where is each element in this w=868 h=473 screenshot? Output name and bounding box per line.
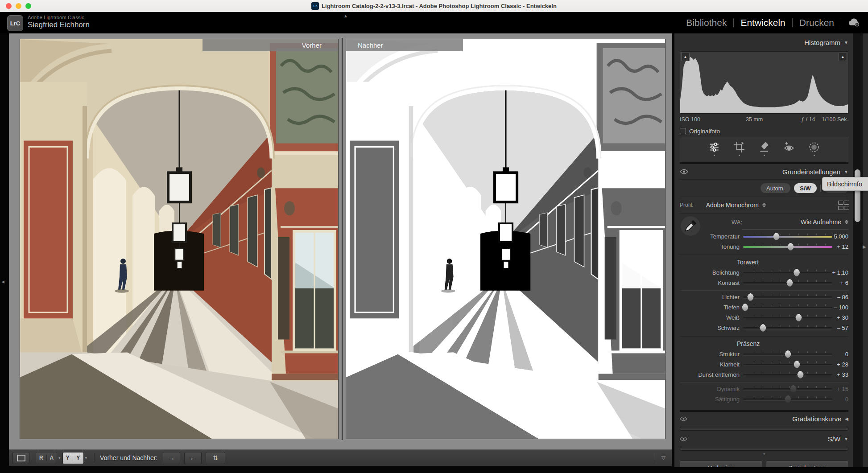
struktur-slider-track[interactable] bbox=[743, 354, 832, 355]
schwarz-slider-track[interactable] bbox=[743, 327, 832, 329]
zoom-window-button[interactable] bbox=[25, 3, 31, 9]
slider-value[interactable]: – 57 bbox=[832, 325, 848, 331]
slider-value[interactable]: 5.000 bbox=[832, 233, 848, 240]
module-drucken[interactable]: Drucken bbox=[799, 17, 834, 28]
dunst-entfernen-slider-track[interactable] bbox=[743, 374, 832, 376]
slider-value[interactable]: + 33 bbox=[832, 371, 848, 378]
slider-value[interactable]: + 15 bbox=[832, 386, 848, 392]
previous-button[interactable]: Vorherige bbox=[680, 461, 762, 467]
module-picker: Bibliothek Entwickeln Drucken bbox=[686, 12, 860, 33]
profile-browser-icon[interactable] bbox=[838, 201, 848, 210]
slider-value[interactable]: 0 bbox=[832, 396, 848, 403]
arcade-photo-rendering bbox=[20, 39, 338, 439]
shadow-clipping-indicator[interactable]: ▲ bbox=[681, 53, 690, 61]
belichtung-slider-track[interactable] bbox=[743, 272, 832, 274]
tone-curve-panel-header[interactable]: Gradationskurve ◀ bbox=[680, 412, 848, 425]
slider-label: Dynamik bbox=[680, 386, 740, 392]
edit-sliders-tool[interactable] bbox=[708, 141, 720, 156]
module-bibliothek[interactable]: Bibliothek bbox=[686, 17, 727, 28]
original-photo-checkbox[interactable] bbox=[680, 128, 686, 134]
panel-collapse-icon[interactable]: ▼ bbox=[844, 169, 848, 174]
before-photo[interactable]: Vorher bbox=[20, 39, 339, 439]
tone-group-title: Tonwert bbox=[737, 259, 848, 266]
panel-switch-eye-icon[interactable] bbox=[680, 416, 687, 421]
panel-collapse-icon[interactable]: ▼ bbox=[844, 436, 848, 441]
panel-collapse-icon[interactable]: ▼ bbox=[844, 40, 848, 45]
weiß-slider-track[interactable] bbox=[743, 317, 832, 319]
profile-value[interactable]: Adobe Monochrom bbox=[706, 202, 759, 209]
before-after-view-button[interactable]: Y Y bbox=[62, 452, 84, 464]
after-photo[interactable]: Nachher bbox=[346, 39, 665, 439]
titlebar: Lr Lightroom Catalog-2-2-v13-3.lrcat - A… bbox=[0, 0, 868, 12]
reset-button[interactable]: Zurücksetzen bbox=[766, 461, 848, 467]
dynamik-slider-track[interactable] bbox=[743, 388, 832, 390]
hide-right-panel-icon[interactable]: ▶ bbox=[863, 244, 866, 249]
auto-button[interactable]: Autom. bbox=[761, 183, 790, 193]
swap-before-after-button[interactable]: ⇅ bbox=[206, 452, 225, 464]
presence-sliders: Struktur0Klarheit+ 28Dunst entfernen+ 33… bbox=[680, 349, 848, 404]
close-window-button[interactable] bbox=[6, 3, 12, 9]
collapsed-panel-bar bbox=[680, 427, 848, 431]
slider-value[interactable]: – 86 bbox=[832, 294, 848, 300]
crop-tool[interactable] bbox=[733, 141, 745, 156]
compare-view-area: Vorher Nachher bbox=[9, 33, 672, 449]
slider-row-tonung: Tonung+ 12 bbox=[680, 242, 848, 252]
toolbar-options-icon[interactable]: ▽ bbox=[661, 455, 665, 461]
bw-treatment-button[interactable]: S/W bbox=[794, 183, 817, 193]
slider-value[interactable]: + 6 bbox=[832, 280, 848, 286]
minimize-window-button[interactable] bbox=[16, 3, 21, 9]
highlight-clipping-indicator[interactable]: ▲ bbox=[839, 53, 847, 61]
wb-stepper-icon[interactable] bbox=[845, 220, 848, 224]
crop-icon bbox=[733, 141, 745, 153]
slider-value[interactable]: + 12 bbox=[832, 243, 848, 250]
tiefen-slider-track[interactable] bbox=[743, 307, 832, 308]
loupe-view-button[interactable] bbox=[12, 452, 29, 464]
collapse-top-panel-icon[interactable]: ▲ bbox=[343, 13, 348, 18]
lichter-slider-track[interactable] bbox=[743, 296, 832, 298]
masking-tool[interactable] bbox=[808, 141, 820, 156]
app-header: LrC Adobe Lightroom Classic Siegfried Ei… bbox=[0, 12, 868, 33]
arcade-photo-rendering bbox=[346, 39, 665, 439]
panel-switch-eye-icon[interactable] bbox=[680, 436, 687, 441]
temperatur-slider-track[interactable] bbox=[743, 236, 832, 238]
slider-ticks bbox=[745, 234, 830, 235]
slider-label: Dunst entfernen bbox=[680, 371, 740, 378]
lightroom-window: Lr Lightroom Catalog-2-2-v13-3.lrcat - A… bbox=[0, 0, 868, 473]
identity-user-name: Siegfried Eichhorn bbox=[28, 21, 90, 29]
reference-view-button[interactable]: R A bbox=[36, 452, 57, 464]
bw-panel-header[interactable]: S/W ▼ bbox=[680, 432, 848, 445]
white-balance-dropper-icon[interactable] bbox=[681, 216, 700, 236]
chevron-down-icon[interactable]: ▾ bbox=[85, 456, 87, 460]
klarheit-slider-track[interactable] bbox=[743, 364, 832, 366]
copy-after-to-before-button[interactable]: ← bbox=[184, 452, 202, 464]
copy-before-to-after-button[interactable]: → bbox=[163, 452, 180, 464]
slider-value[interactable]: – 100 bbox=[832, 304, 848, 311]
profile-stepper-icon[interactable] bbox=[762, 203, 766, 207]
histogram-panel-header[interactable]: Histogramm ▼ bbox=[680, 33, 848, 51]
slider-row-lichter: Lichter– 86 bbox=[680, 292, 848, 302]
slider-ticks bbox=[745, 372, 830, 374]
slider-row-struktur: Struktur0 bbox=[680, 349, 848, 359]
sättigung-slider-track[interactable] bbox=[743, 399, 832, 400]
wb-preset-value[interactable]: Wie Aufnahme bbox=[801, 218, 841, 226]
after-label: Nachher bbox=[346, 39, 463, 51]
panel-expand-icon[interactable]: ◀ bbox=[845, 416, 848, 421]
cloud-sync-icon[interactable] bbox=[848, 17, 860, 29]
panel-scrollbar[interactable] bbox=[853, 33, 863, 467]
slider-value[interactable]: + 30 bbox=[832, 314, 848, 321]
module-entwickeln[interactable]: Entwickeln bbox=[740, 17, 785, 28]
tonung-slider-track[interactable] bbox=[743, 246, 832, 248]
kontrast-slider-track[interactable] bbox=[743, 282, 832, 284]
panel-switch-eye-icon[interactable] bbox=[680, 169, 688, 174]
slider-value[interactable]: + 1,10 bbox=[832, 269, 848, 276]
red-eye-tool[interactable] bbox=[783, 141, 795, 156]
slider-value[interactable]: + 28 bbox=[832, 361, 848, 368]
healing-tool[interactable] bbox=[758, 141, 770, 156]
chevron-down-icon[interactable]: ▾ bbox=[58, 456, 61, 460]
bw-panel-title: S/W bbox=[828, 435, 840, 443]
histogram[interactable]: ▲ ▲ bbox=[680, 51, 848, 114]
profile-label: Profil: bbox=[680, 202, 694, 208]
slider-value[interactable]: 0 bbox=[832, 351, 848, 358]
slider-label: Weiß bbox=[680, 314, 740, 321]
show-left-panel-icon[interactable]: ◀ bbox=[1, 280, 4, 284]
